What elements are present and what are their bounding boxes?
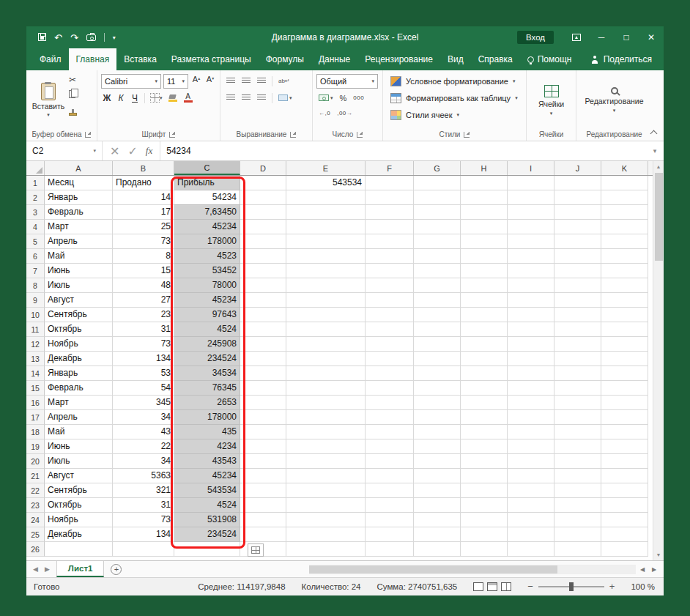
cell-H18[interactable]	[461, 425, 508, 439]
cell-E12[interactable]	[286, 337, 366, 352]
cell-J8[interactable]	[554, 278, 601, 293]
tab-view[interactable]: Вид	[440, 48, 471, 70]
cell-E26[interactable]	[286, 542, 366, 557]
cell-H4[interactable]	[461, 220, 508, 234]
cell-G11[interactable]	[414, 322, 461, 337]
bold-button[interactable]: Ж	[101, 92, 113, 105]
cell-F8[interactable]	[366, 278, 414, 293]
cell-D2[interactable]	[240, 190, 286, 205]
cell-H11[interactable]	[461, 322, 508, 337]
cell-E8[interactable]	[286, 278, 366, 293]
cell-D19[interactable]	[240, 439, 286, 454]
cell-K13[interactable]	[601, 352, 648, 366]
cell-B10[interactable]: 23	[113, 308, 174, 322]
row-header-20[interactable]: 20	[26, 454, 45, 469]
column-header-A[interactable]: A	[45, 161, 113, 175]
cell-H16[interactable]	[461, 396, 508, 410]
cell-J5[interactable]	[554, 234, 601, 249]
cell-D21[interactable]	[240, 469, 286, 483]
row-header-3[interactable]: 3	[26, 205, 45, 220]
cell-D23[interactable]	[240, 498, 286, 513]
cell-K18[interactable]	[601, 425, 648, 439]
cell-D1[interactable]	[240, 176, 286, 190]
cell-I3[interactable]	[508, 205, 554, 220]
cell-E6[interactable]	[286, 249, 366, 264]
cell-F17[interactable]	[366, 410, 414, 425]
cell-E2[interactable]	[286, 190, 366, 205]
cell-D11[interactable]	[240, 322, 286, 337]
tab-file[interactable]: Файл	[32, 48, 69, 70]
cell-I9[interactable]	[508, 293, 554, 308]
scroll-down-arrow[interactable]: ▼	[653, 549, 664, 560]
camera-button[interactable]	[86, 31, 96, 44]
row-header-19[interactable]: 19	[26, 439, 45, 454]
cell-D10[interactable]	[240, 308, 286, 322]
borders-button[interactable]: ▾	[149, 92, 164, 105]
row-header-14[interactable]: 14	[26, 366, 45, 381]
cell-G16[interactable]	[414, 396, 461, 410]
cell-A19[interactable]: Июнь	[45, 439, 113, 454]
cell-E3[interactable]	[286, 205, 366, 220]
editing-button[interactable]: Редактирование ▾	[579, 73, 650, 128]
cell-H13[interactable]	[461, 352, 508, 366]
cell-E17[interactable]	[286, 410, 366, 425]
cell-H22[interactable]	[461, 483, 508, 498]
align-middle-button[interactable]	[240, 75, 253, 88]
cell-E4[interactable]	[286, 220, 366, 234]
cell-D4[interactable]	[240, 220, 286, 234]
font-color-button[interactable]: А	[182, 92, 195, 105]
cell-B26[interactable]	[113, 542, 174, 557]
new-sheet-button[interactable]: +	[111, 564, 122, 575]
cell-C17[interactable]: 178000	[174, 410, 240, 425]
cell-I4[interactable]	[508, 220, 554, 234]
cell-G15[interactable]	[414, 381, 461, 396]
scroll-left-arrow[interactable]: ◀	[637, 566, 648, 573]
align-bottom-button[interactable]	[255, 75, 268, 88]
cell-K8[interactable]	[601, 278, 648, 293]
row-header-4[interactable]: 4	[26, 220, 45, 234]
insert-function-button[interactable]: fx	[146, 145, 152, 157]
cell-B4[interactable]: 25	[113, 220, 174, 234]
cell-A8[interactable]: Июль	[45, 278, 113, 293]
cell-G24[interactable]	[414, 513, 461, 527]
horizontal-scroll-track[interactable]	[309, 565, 636, 574]
cell-H23[interactable]	[461, 498, 508, 513]
cell-B23[interactable]: 31	[113, 498, 174, 513]
cell-C23[interactable]: 4524	[174, 498, 240, 513]
cell-B25[interactable]: 134	[113, 527, 174, 542]
cell-A23[interactable]: Октябрь	[45, 498, 113, 513]
cell-G7[interactable]	[414, 264, 461, 278]
cell-G18[interactable]	[414, 425, 461, 439]
cell-E13[interactable]	[286, 352, 366, 366]
cell-G2[interactable]	[414, 190, 461, 205]
cancel-entry-button[interactable]: ✕	[110, 144, 119, 158]
cell-I21[interactable]	[508, 469, 554, 483]
tab-page-layout[interactable]: Разметка страницы	[164, 48, 259, 70]
cell-F21[interactable]	[366, 469, 414, 483]
cell-I15[interactable]	[508, 381, 554, 396]
cell-B9[interactable]: 27	[113, 293, 174, 308]
cell-E19[interactable]	[286, 439, 366, 454]
cell-C26[interactable]	[174, 542, 240, 557]
row-header-26[interactable]: 26	[26, 542, 45, 557]
zoom-slider[interactable]	[538, 586, 604, 587]
underline-button[interactable]: Ч	[129, 92, 141, 105]
ribbon-display-options-button[interactable]	[564, 26, 589, 48]
cell-I12[interactable]	[508, 337, 554, 352]
format-painter-button[interactable]	[69, 105, 77, 119]
cell-H14[interactable]	[461, 366, 508, 381]
cell-J10[interactable]	[554, 308, 601, 322]
cell-A22[interactable]: Сентябрь	[45, 483, 113, 498]
cell-F23[interactable]	[366, 498, 414, 513]
increase-decimal-button[interactable]: ←,0	[316, 106, 333, 119]
cell-I10[interactable]	[508, 308, 554, 322]
name-box[interactable]: C2 ▾	[26, 141, 103, 160]
cell-E18[interactable]	[286, 425, 366, 439]
cell-H12[interactable]	[461, 337, 508, 352]
cell-F26[interactable]	[366, 542, 414, 557]
cell-E7[interactable]	[286, 264, 366, 278]
column-header-J[interactable]: J	[554, 161, 601, 175]
cell-F9[interactable]	[366, 293, 414, 308]
cell-J24[interactable]	[554, 513, 601, 527]
zoom-level[interactable]: 100 %	[631, 582, 655, 591]
